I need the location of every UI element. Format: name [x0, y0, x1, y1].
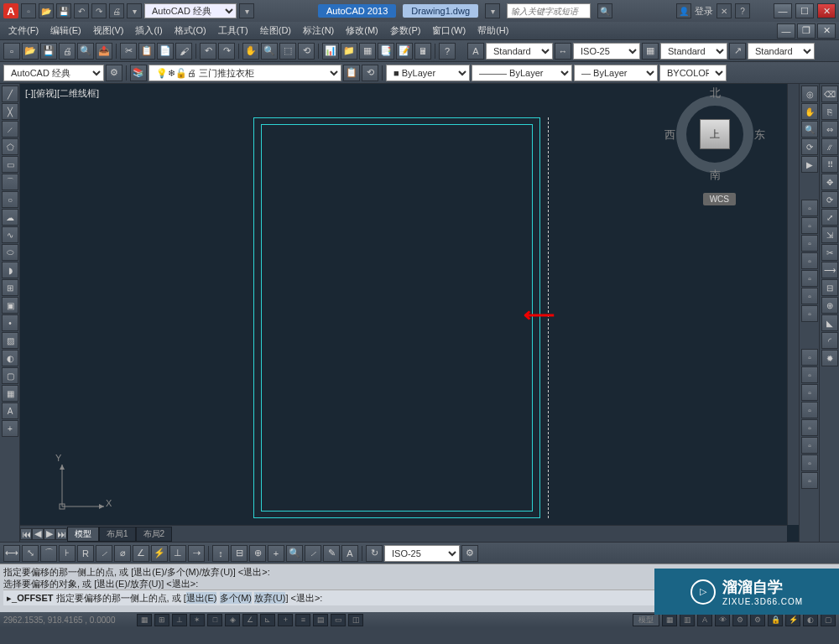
qat-more-icon[interactable]: ▾ — [127, 3, 142, 18]
minimize-button[interactable]: — — [774, 3, 792, 18]
new-button[interactable]: ▫ — [3, 43, 20, 60]
3dosnap-toggle[interactable]: ◈ — [225, 614, 240, 626]
toolbar-lock-icon[interactable]: 🔒 — [768, 614, 783, 626]
arc-tool[interactable]: ⌒ — [2, 174, 18, 190]
dim-space-icon[interactable]: ↕ — [212, 545, 229, 562]
annovis-toggle[interactable]: 👁 — [715, 614, 730, 626]
menu-tools[interactable]: 工具(T) — [213, 23, 253, 39]
tpy-toggle[interactable]: ▤ — [313, 614, 328, 626]
polar-toggle[interactable]: ✶ — [190, 614, 205, 626]
redo-icon[interactable]: ↷ — [91, 3, 107, 18]
toolpalette-button[interactable]: ▦ — [359, 43, 376, 60]
tab-layout2[interactable]: 布局2 — [136, 527, 173, 542]
exchange-icon[interactable]: ✕ — [717, 3, 732, 18]
dim-quick-icon[interactable]: ⚡ — [151, 545, 168, 562]
workspace-title-select[interactable]: AutoCAD 经典 — [144, 3, 237, 18]
nav-tool-15[interactable]: ▫ — [801, 472, 818, 489]
hardware-accel-icon[interactable]: ⚡ — [785, 614, 800, 626]
xline-tool[interactable]: ╳ — [2, 103, 18, 120]
lwt-toggle[interactable]: ≡ — [295, 614, 310, 626]
sc-toggle[interactable]: ◫ — [348, 614, 363, 626]
tab-last-icon[interactable]: ⏭ — [55, 528, 67, 540]
nav-tool-6[interactable]: ▫ — [801, 288, 818, 304]
fullnav-wheel-icon[interactable]: ◎ — [801, 86, 818, 102]
quickview-layouts-icon[interactable]: ▦ — [662, 614, 677, 626]
tolerance-icon[interactable]: ⊕ — [249, 545, 266, 562]
tab-first-icon[interactable]: ⏮ — [20, 528, 32, 540]
ducs-toggle[interactable]: ⊾ — [260, 614, 275, 626]
wcs-badge[interactable]: WCS — [703, 193, 736, 205]
rectangle-tool[interactable]: ▭ — [2, 156, 18, 173]
showmotion-icon[interactable]: ▶ — [801, 156, 818, 173]
inspect-icon[interactable]: 🔍 — [286, 545, 303, 562]
break-tool[interactable]: ⊟ — [821, 279, 838, 296]
dimstyle-select[interactable]: ISO-25 — [573, 43, 640, 60]
stretch-tool[interactable]: ⇲ — [821, 226, 838, 243]
hatch-tool[interactable]: ▨ — [2, 332, 18, 349]
trim-tool[interactable]: ✂ — [821, 244, 838, 261]
dimedit-icon[interactable]: ✎ — [323, 545, 340, 562]
move-tool[interactable]: ✥ — [821, 174, 838, 190]
erase-tool[interactable]: ⌫ — [821, 86, 838, 102]
signin-icon[interactable]: 👤 — [676, 3, 691, 18]
command-option-multi[interactable]: 多个(M) — [220, 592, 253, 604]
mirror-tool[interactable]: ⇔ — [821, 121, 838, 138]
designcenter-button[interactable]: 📁 — [341, 43, 357, 60]
dim-break-icon[interactable]: ⊟ — [231, 545, 248, 562]
linetype-select[interactable]: ——— ByLayer — [472, 65, 572, 81]
layer-prev-icon[interactable]: ⟲ — [362, 65, 378, 81]
command-option-undo[interactable]: 放弃(U) — [254, 592, 285, 604]
menu-file[interactable]: 文件(F) — [3, 23, 44, 39]
region-tool[interactable]: ▢ — [2, 367, 18, 384]
help-button[interactable]: ? — [439, 43, 456, 60]
tab-next-icon[interactable]: ▶ — [44, 528, 55, 540]
close-button[interactable]: ✕ — [817, 3, 836, 18]
polygon-tool[interactable]: ⬠ — [2, 138, 18, 155]
menu-draw[interactable]: 绘图(D) — [255, 23, 296, 39]
menu-help[interactable]: 帮助(H) — [472, 23, 513, 39]
tablestyle-select[interactable]: Standard — [660, 43, 727, 60]
properties-button[interactable]: 📊 — [322, 43, 339, 60]
publish-button[interactable]: 📤 — [96, 43, 112, 60]
dim-aligned-icon[interactable]: ⤡ — [22, 545, 39, 562]
menu-insert[interactable]: 插入(I) — [130, 23, 167, 39]
preview-button[interactable]: 🔍 — [77, 43, 94, 60]
command-option-exit[interactable]: 退出(E) — [186, 592, 217, 604]
dim-arc-icon[interactable]: ⌒ — [40, 545, 57, 562]
mtext-tool[interactable]: A — [2, 402, 18, 419]
insert-tool[interactable]: ⊞ — [2, 279, 18, 296]
viewport-label[interactable]: [-][俯视][二维线框] — [25, 87, 99, 100]
scale-tool[interactable]: ⤢ — [821, 209, 838, 226]
mleaderstyle-icon[interactable]: ↗ — [729, 43, 746, 60]
dim-radius-icon[interactable]: R — [77, 545, 94, 562]
doc-restore-button[interactable]: ❐ — [797, 23, 816, 39]
qat-dropdown-icon[interactable]: ▾ — [239, 3, 254, 18]
explode-tool[interactable]: ✹ — [821, 350, 838, 366]
point-tool[interactable]: • — [2, 314, 18, 331]
addselected-tool[interactable]: + — [2, 420, 18, 437]
dim-baseline-icon[interactable]: ⊥ — [169, 545, 186, 562]
copy-button[interactable]: 📋 — [138, 43, 155, 60]
copy-tool[interactable]: ⎘ — [821, 103, 838, 120]
orbit-icon[interactable]: ⟳ — [801, 138, 818, 155]
save-icon[interactable]: 💾 — [56, 3, 71, 18]
dim-ordinate-icon[interactable]: ⊦ — [59, 545, 76, 562]
print-button[interactable]: 🖨 — [59, 43, 76, 60]
dim-linear-icon[interactable]: ⟷ — [3, 545, 20, 562]
doc-minimize-button[interactable]: — — [777, 23, 795, 39]
pline-tool[interactable]: ⟋ — [2, 121, 18, 138]
extend-tool[interactable]: ⟶ — [821, 262, 838, 278]
zoom-prev-button[interactable]: ⟲ — [298, 43, 315, 60]
centermark-icon[interactable]: + — [268, 545, 284, 562]
workspace-settings-icon[interactable]: ⚙ — [106, 65, 122, 81]
fillet-tool[interactable]: ◜ — [821, 332, 838, 349]
annoauto-toggle[interactable]: ⚙ — [732, 614, 748, 626]
dim-continue-icon[interactable]: ⇢ — [188, 545, 205, 562]
isolate-icon[interactable]: ◐ — [803, 614, 818, 626]
menu-parametric[interactable]: 参数(P) — [385, 23, 426, 39]
annoscale-icon[interactable]: A — [697, 614, 712, 626]
rotate-tool[interactable]: ⟳ — [821, 191, 838, 208]
zoom-extents-icon[interactable]: 🔍 — [801, 121, 818, 138]
ellipse-tool[interactable]: ⬭ — [2, 244, 18, 261]
undo-button[interactable]: ↶ — [200, 43, 216, 60]
